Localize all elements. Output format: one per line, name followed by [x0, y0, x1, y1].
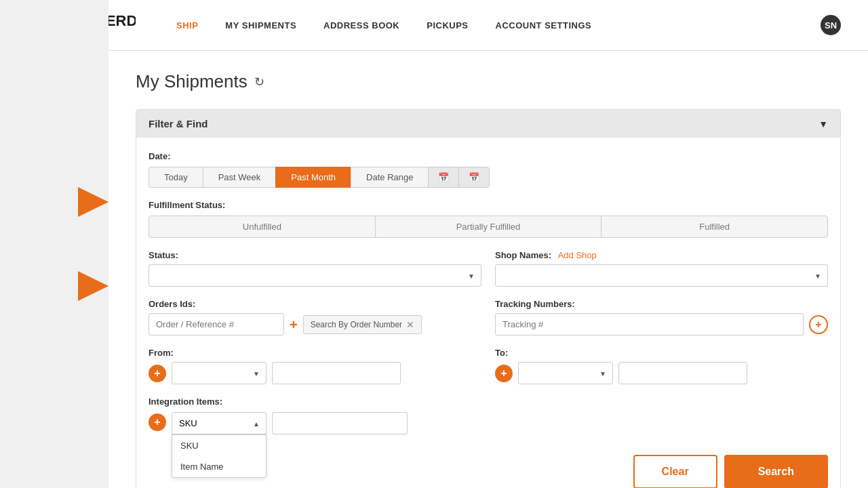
- order-tag-chip: Search By Order Number ✕: [303, 315, 422, 334]
- integration-text-input[interactable]: [272, 412, 408, 434]
- order-chip-text: Search By Order Number: [311, 320, 402, 329]
- tracking-input[interactable]: [495, 313, 804, 336]
- integration-dropdown-menu: SKU Item Name: [172, 434, 267, 478]
- filter-header[interactable]: Filter & Find ▼: [136, 110, 840, 138]
- add-to-button[interactable]: +: [495, 365, 513, 382]
- add-order-button[interactable]: +: [290, 318, 298, 331]
- page-title: My Shipments ↻: [136, 71, 841, 92]
- fulfillment-unfulfilled-button[interactable]: Unfulfilled: [149, 216, 375, 238]
- order-reference-input[interactable]: [149, 313, 284, 336]
- fulfillment-label: Fulfillment Status:: [149, 200, 828, 210]
- orders-ids-field: Orders Ids: + Search By Order Number ✕: [149, 299, 481, 336]
- sidebar: [0, 0, 108, 488]
- item-name-option[interactable]: Item Name: [172, 456, 266, 477]
- status-select[interactable]: [149, 264, 481, 287]
- date-today-button[interactable]: Today: [149, 167, 203, 188]
- shop-names-select-wrap: ▼: [495, 264, 828, 287]
- status-select-wrap: ▼: [149, 264, 481, 287]
- add-shop-link[interactable]: Add Shop: [558, 250, 597, 260]
- nav-pickups[interactable]: PICKUPS: [427, 20, 468, 30]
- user-avatar[interactable]: SN: [821, 15, 841, 35]
- date-past-month-button[interactable]: Past Month: [275, 167, 351, 188]
- order-input-wrap: [149, 313, 284, 336]
- shop-names-field: Shop Names: Add Shop ▼: [495, 250, 828, 287]
- clear-button[interactable]: Clear: [633, 455, 717, 488]
- filter-body: Date: Today Past Week Past Month Date Ra…: [136, 138, 840, 488]
- sku-option[interactable]: SKU: [172, 435, 266, 456]
- orders-ids-row: + Search By Order Number ✕: [149, 313, 481, 336]
- integration-section: Integration Items: + SKU Item Name ▲: [149, 396, 828, 434]
- shop-names-label: Shop Names: Add Shop: [495, 250, 828, 260]
- integration-row: + SKU Item Name ▲ SKU Item Name: [149, 412, 828, 434]
- integration-select-wrap: SKU Item Name ▲: [172, 412, 267, 434]
- tracking-numbers-label: Tracking Numbers:: [495, 299, 828, 309]
- filter-chevron-icon: ▼: [818, 119, 828, 129]
- add-integration-button[interactable]: +: [149, 413, 166, 431]
- nav-my-shipments[interactable]: MY SHIPMENTS: [225, 20, 296, 30]
- nav-account-settings[interactable]: ACCOUNT SETTINGS: [496, 20, 592, 30]
- integration-label: Integration Items:: [149, 396, 828, 407]
- date-from-calendar-button[interactable]: 📅: [428, 167, 458, 188]
- from-field: From: + ▼: [149, 348, 481, 384]
- add-from-button[interactable]: +: [149, 365, 166, 382]
- add-tracking-button[interactable]: +: [809, 315, 828, 334]
- from-label: From:: [149, 348, 481, 358]
- tracking-numbers-field: Tracking Numbers: +: [495, 299, 828, 336]
- calendar-icon-1: 📅: [438, 172, 449, 182]
- to-text-input[interactable]: [618, 362, 747, 384]
- fulfillment-partial-button[interactable]: Partially Fulfilled: [375, 216, 601, 238]
- fulfillment-fulfilled-button[interactable]: Fulfilled: [601, 216, 828, 238]
- refresh-icon[interactable]: ↻: [254, 75, 264, 89]
- remove-chip-button[interactable]: ✕: [406, 320, 414, 329]
- header: SHIP NERD SHIP SMARTER SHIP MY SHIPMENTS…: [0, 0, 868, 51]
- orders-tracking-row: Orders Ids: + Search By Order Number ✕ T…: [149, 299, 828, 336]
- integration-select[interactable]: SKU Item Name: [172, 412, 267, 434]
- to-field: To: + ▼: [495, 348, 828, 384]
- date-past-week-button[interactable]: Past Week: [203, 167, 276, 188]
- fulfillment-buttons: Unfulfilled Partially Fulfilled Fulfille…: [149, 216, 828, 238]
- main-content: My Shipments ↻ Filter & Find ▼ Date: Tod…: [108, 51, 868, 488]
- filter-panel: Filter & Find ▼ Date: Today Past Week Pa…: [136, 109, 841, 488]
- to-dropdown-wrap: ▼: [518, 362, 613, 384]
- shop-names-select[interactable]: [495, 264, 828, 287]
- arrow-1: [78, 187, 108, 217]
- status-field: Status: ▼: [149, 250, 481, 287]
- status-shop-row: Status: ▼ Shop Names: Add Shop: [149, 250, 828, 287]
- date-to-calendar-button[interactable]: 📅: [458, 167, 490, 188]
- date-range-button[interactable]: Date Range: [351, 167, 428, 188]
- from-dropdown-wrap: ▼: [172, 362, 267, 384]
- search-button[interactable]: Search: [724, 455, 828, 488]
- to-row: + ▼: [495, 362, 828, 384]
- arrow-2: [78, 271, 108, 301]
- tracking-input-wrap: [495, 313, 804, 336]
- to-select[interactable]: [518, 362, 613, 384]
- from-row: + ▼: [149, 362, 481, 384]
- orders-ids-label: Orders Ids:: [149, 299, 481, 309]
- nav-ship[interactable]: SHIP: [176, 20, 198, 30]
- from-select[interactable]: [172, 362, 267, 384]
- from-text-input[interactable]: [272, 362, 401, 384]
- date-buttons: Today Past Week Past Month Date Range 📅 …: [149, 167, 828, 188]
- status-label: Status:: [149, 250, 481, 260]
- tracking-row: +: [495, 313, 828, 336]
- to-label: To:: [495, 348, 828, 358]
- main-nav: SHIP MY SHIPMENTS ADDRESS BOOK PICKUPS A…: [176, 15, 841, 35]
- date-label: Date:: [149, 151, 828, 161]
- from-to-row-container: From: + ▼ To: +: [149, 348, 828, 384]
- nav-address-book[interactable]: ADDRESS BOOK: [323, 20, 399, 30]
- integration-dropdown-container: SKU Item Name ▲ SKU Item Name: [172, 412, 267, 434]
- calendar-icon-2: 📅: [469, 172, 479, 182]
- filter-title: Filter & Find: [149, 118, 208, 129]
